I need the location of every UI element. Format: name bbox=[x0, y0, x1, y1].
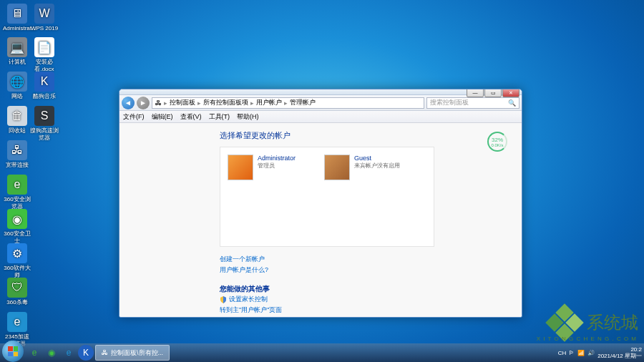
desktop-icon[interactable]: 🖥Administrat... bbox=[3, 4, 31, 32]
icon-label: 360安全浏览器 bbox=[3, 196, 31, 210]
desktop-icon[interactable]: K酷狗音乐 bbox=[30, 72, 59, 100]
search-placeholder: 搜索控制面板 bbox=[430, 98, 469, 107]
forward-button[interactable]: ► bbox=[137, 97, 150, 109]
icon-label: 安装必看.docx bbox=[30, 59, 59, 73]
tray-date: 2021/4/12 星期一 bbox=[597, 353, 642, 359]
account-desc: 管理员 bbox=[258, 162, 296, 170]
content-area: 32% 0.0K/s 选择希望更改的帐户 Administrator 管理员 G… bbox=[119, 123, 522, 318]
search-icon: 🔍 bbox=[508, 99, 516, 107]
app-icon: ◉ bbox=[7, 209, 27, 229]
windows-logo-icon bbox=[8, 346, 18, 356]
app-icon: 🖥 bbox=[7, 4, 27, 24]
icon-label: 360安全卫士 bbox=[3, 230, 31, 245]
app-icon: 🛡 bbox=[7, 278, 27, 298]
pinned-browser[interactable]: e bbox=[26, 345, 42, 361]
menu-tools[interactable]: 工具(T) bbox=[209, 112, 230, 122]
speed-ring[interactable]: 32% 0.0K/s bbox=[487, 132, 507, 152]
close-button[interactable]: ✕ bbox=[502, 89, 519, 97]
account-guest[interactable]: Guest 来宾帐户没有启用 bbox=[324, 155, 400, 239]
desktop-icon[interactable]: 🛡360杀毒 bbox=[3, 278, 31, 306]
pinned-360[interactable]: ◉ bbox=[44, 345, 59, 361]
icon-label: 计算机 bbox=[3, 59, 31, 66]
breadcrumb-root[interactable]: 控制面板 bbox=[170, 98, 195, 107]
start-button[interactable] bbox=[2, 341, 24, 362]
icon-label: 宽带连接 bbox=[3, 162, 31, 169]
link-what-is-account[interactable]: 用户帐户是什么? bbox=[220, 265, 522, 275]
breadcrumb-3[interactable]: 管理帐户 bbox=[290, 98, 316, 107]
ring-rate: 0.0K/s bbox=[491, 143, 503, 147]
links-block: 创建一个新帐户 用户帐户是什么? 您能做的其他事 设置家长控制 转到主"用户帐户… bbox=[220, 254, 522, 315]
menu-help[interactable]: 帮助(H) bbox=[237, 112, 259, 122]
desktop-icon[interactable]: ◉360安全卫士 bbox=[3, 209, 31, 245]
app-icon: 🌐 bbox=[7, 72, 27, 92]
search-input[interactable]: 搜索控制面板 🔍 bbox=[426, 97, 519, 109]
system-tray[interactable]: CH 🏳 📶 🔊 20:2 2021/4/12 星期一 bbox=[558, 346, 642, 359]
menu-file[interactable]: 文件(F) bbox=[123, 112, 145, 122]
pinned-apps: e ◉ e K bbox=[26, 345, 94, 361]
icon-label: 酷狗音乐 bbox=[30, 93, 59, 100]
taskbar: e ◉ e K 🖧 控制面板\所有控... CH 🏳 📶 🔊 20:2 2021… bbox=[0, 343, 644, 362]
pinned-2345[interactable]: e bbox=[61, 345, 77, 361]
watermark-text: 系统城 bbox=[587, 311, 638, 334]
back-button[interactable]: ◄ bbox=[122, 97, 135, 109]
subheading: 您能做的其他事 bbox=[220, 284, 522, 294]
app-icon: e bbox=[7, 175, 27, 195]
watermark-sub: X I T O N G C H E N G . C O M bbox=[537, 336, 637, 342]
app-icon: S bbox=[34, 106, 54, 126]
ring-pct: 32% bbox=[492, 137, 503, 143]
icon-label: 搜狗高速浏览器 bbox=[30, 127, 59, 142]
breadcrumb-1[interactable]: 所有控制面板项 bbox=[203, 98, 248, 107]
desktop-icon[interactable]: S搜狗高速浏览器 bbox=[30, 106, 59, 142]
maximize-button[interactable]: ▭ bbox=[484, 89, 502, 97]
app-icon: ⚙ bbox=[7, 243, 27, 263]
nav-bar: ◄ ► 🖧 ▸ 控制面板 ▸ 所有控制面板项 ▸ 用户帐户 ▸ 管理帐户 搜索控… bbox=[119, 95, 522, 111]
desktop-icon[interactable]: 🌐网络 bbox=[3, 72, 31, 100]
desktop-icon[interactable]: ⚙360软件大师 bbox=[3, 243, 31, 279]
menu-bar: 文件(F) 编辑(E) 查看(V) 工具(T) 帮助(H) bbox=[119, 111, 522, 123]
avatar-icon bbox=[324, 155, 350, 180]
desktop-icon[interactable]: WWPS 2019 bbox=[30, 4, 59, 32]
app-icon: e bbox=[7, 312, 27, 332]
app-icon: 💻 bbox=[7, 37, 27, 57]
minimize-button[interactable]: — bbox=[467, 89, 484, 97]
link-create-account[interactable]: 创建一个新帐户 bbox=[220, 254, 522, 265]
accounts-box: Administrator 管理员 Guest 来宾帐户没有启用 bbox=[220, 147, 434, 247]
icon-label: Administrat... bbox=[3, 25, 31, 32]
pinned-kugou[interactable]: K bbox=[78, 345, 94, 361]
tray-time: 20:2 bbox=[597, 346, 642, 353]
desktop-icon[interactable]: 🖧宽带连接 bbox=[3, 140, 31, 169]
breadcrumb-2[interactable]: 用户帐户 bbox=[256, 98, 282, 107]
account-name: Administrator bbox=[258, 155, 296, 162]
icon-label: 360软件大师 bbox=[3, 265, 31, 279]
icon-label: WPS 2019 bbox=[30, 25, 59, 32]
tray-ime-icon[interactable]: CH bbox=[558, 350, 567, 356]
cp-icon: 🖧 bbox=[155, 99, 162, 107]
app-icon: 🖧 bbox=[7, 140, 27, 160]
tray-network-icon[interactable]: 📶 bbox=[577, 350, 585, 356]
icon-label: 回收站 bbox=[3, 127, 31, 134]
desktop-icon[interactable]: 💻计算机 bbox=[3, 37, 31, 66]
link-parental-control[interactable]: 设置家长控制 bbox=[220, 294, 522, 305]
desktop-icon[interactable]: 📄安装必看.docx bbox=[30, 37, 59, 73]
link-goto-main[interactable]: 转到主"用户帐户"页面 bbox=[220, 305, 522, 315]
avatar-icon bbox=[228, 155, 253, 180]
desktop-icon[interactable]: 🗑回收站 bbox=[3, 106, 31, 134]
tray-flag-icon[interactable]: 🏳 bbox=[569, 350, 575, 356]
app-icon: 🗑 bbox=[7, 106, 27, 126]
address-bar[interactable]: 🖧 ▸ 控制面板 ▸ 所有控制面板项 ▸ 用户帐户 ▸ 管理帐户 bbox=[152, 97, 424, 109]
icon-label: 360杀毒 bbox=[3, 299, 31, 306]
taskbar-active-window[interactable]: 🖧 控制面板\所有控... bbox=[95, 345, 170, 361]
tray-clock[interactable]: 20:2 2021/4/12 星期一 bbox=[597, 346, 642, 359]
menu-edit[interactable]: 编辑(E) bbox=[152, 112, 173, 122]
cp-icon: 🖧 bbox=[102, 349, 108, 356]
menu-view[interactable]: 查看(V) bbox=[180, 112, 202, 122]
account-admin[interactable]: Administrator 管理员 bbox=[228, 155, 296, 239]
title-bar[interactable]: — ▭ ✕ bbox=[119, 89, 522, 95]
desktop-icon[interactable]: e360安全浏览器 bbox=[3, 175, 31, 210]
taskbar-active-label: 控制面板\所有控... bbox=[111, 348, 163, 358]
tray-volume-icon[interactable]: 🔊 bbox=[587, 350, 595, 356]
shield-icon bbox=[220, 296, 227, 303]
control-panel-window: — ▭ ✕ ◄ ► 🖧 ▸ 控制面板 ▸ 所有控制面板项 ▸ 用户帐户 ▸ 管理… bbox=[119, 89, 522, 318]
account-desc: 来宾帐户没有启用 bbox=[354, 162, 400, 170]
app-icon: 📄 bbox=[34, 37, 54, 57]
